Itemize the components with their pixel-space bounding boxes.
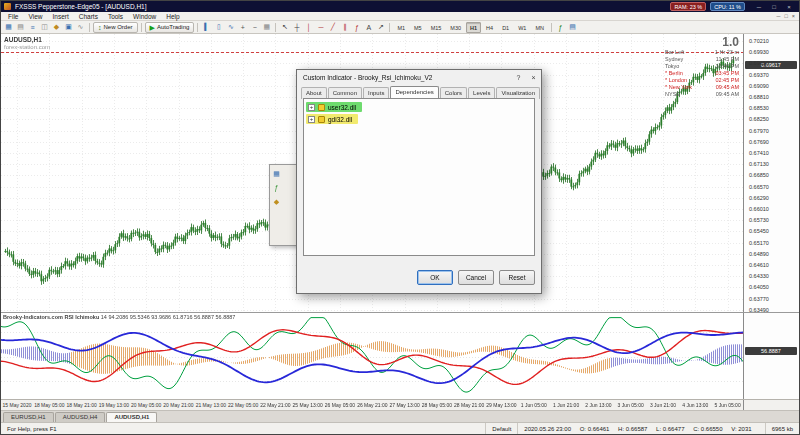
chart-tabs-bar: EURUSD,H1AUDUSD,H4AUDUSD,H1	[1, 410, 799, 422]
chart-profiles-icon[interactable]: ▤	[15, 22, 26, 33]
price-tick: 0.65450	[749, 228, 769, 234]
chart-tab-eurusd-h1[interactable]: EURUSD,H1	[3, 412, 54, 422]
price-tick: 0.67130	[749, 161, 769, 167]
toolbar: ▦▤≡◫◆▣∿ ↕ New Order ▶ AutoTrading ▍▯∿+−▦…	[1, 21, 799, 34]
reset-button[interactable]: Reset	[499, 270, 535, 285]
text-icon[interactable]: A	[363, 22, 374, 33]
chart-restore-icon[interactable]: □	[784, 13, 787, 19]
dialog-title: Custom Indicator - Brooky_Rsi_Ichimoku_V…	[303, 74, 432, 81]
menu-item-charts[interactable]: Charts	[74, 12, 103, 21]
dependency-item[interactable]: +user32.dll	[306, 102, 362, 112]
session-label: Bar Left	[665, 49, 684, 56]
session-label: * London	[665, 77, 687, 84]
tree-expander-icon[interactable]: +	[308, 104, 315, 111]
market-watch-icon[interactable]: ≡	[27, 22, 38, 33]
crosshair-icon[interactable]: ┼	[291, 22, 302, 33]
horizontal-line-icon[interactable]: ─	[315, 22, 326, 33]
price-tick: 0.66010	[749, 206, 769, 212]
session-row: Sydney11:45 PM	[665, 56, 739, 63]
time-axis-label: 1 Jun 21:00	[553, 402, 579, 408]
dependencies-list[interactable]: +user32.dll+gdi32.dll	[303, 98, 535, 256]
cursor-icon[interactable]: ↖	[279, 22, 290, 33]
price-tick: 0.69370	[749, 72, 769, 78]
function-icon[interactable]: ƒ	[272, 183, 281, 192]
navigator-icon[interactable]: ◆	[51, 22, 62, 33]
timeframe-m1[interactable]: M1	[393, 22, 409, 33]
indicator-scale[interactable]: 56.8887	[743, 313, 799, 399]
minimize-button[interactable]: ─	[752, 2, 766, 11]
status-low: L: 0.66477	[656, 426, 684, 432]
autotrading-button[interactable]: ▶ AutoTrading	[145, 22, 195, 33]
candle-chart-icon[interactable]: ▯	[213, 22, 224, 33]
dialog-help-button[interactable]: ?	[511, 70, 526, 85]
terminal-icon[interactable]: ▣	[63, 22, 74, 33]
menu-item-window[interactable]: Window	[128, 12, 161, 21]
indicator-canvas[interactable]	[1, 313, 745, 399]
strategy-tester-icon[interactable]: ∿	[75, 22, 86, 33]
timeframe-m30[interactable]: M30	[446, 22, 465, 33]
indicators-icon[interactable]: ƒ	[555, 22, 566, 33]
session-row: * New York09:45 AM	[665, 84, 739, 91]
market-sessions-panel: 1.0 Bar Left1 Hr 23 mSydney11:45 PMTokyo…	[665, 36, 739, 98]
timeframe-m15[interactable]: M15	[427, 22, 446, 33]
chart-minimize-icon[interactable]: ─	[777, 13, 781, 19]
new-chart-icon[interactable]: ▦	[3, 22, 14, 33]
menu-item-tools[interactable]: Tools	[103, 12, 128, 21]
zoom-out-icon[interactable]: −	[249, 22, 260, 33]
time-axis-label: 26 May 21:00	[357, 402, 387, 408]
tile-windows-icon[interactable]: ▦	[261, 22, 272, 33]
chart-close-icon[interactable]: ×	[792, 13, 795, 19]
status-volume: V: 2031	[731, 426, 751, 432]
session-label: * Berlin	[665, 70, 683, 77]
favorites-icon[interactable]: ◆	[272, 197, 281, 206]
trendline-icon[interactable]: ╱	[327, 22, 338, 33]
dialog-tab-dependencies[interactable]: Dependencies	[390, 86, 438, 98]
chart-tab-audusd-h4[interactable]: AUDUSD,H4	[55, 412, 106, 422]
price-tick: 0.66290	[749, 195, 769, 201]
arrow-icon[interactable]: ↗	[375, 22, 386, 33]
price-tick: 0.67410	[749, 150, 769, 156]
restore-button[interactable]: □	[767, 2, 781, 11]
chart-tab-audusd-h1[interactable]: AUDUSD,H1	[106, 412, 157, 422]
channel-icon[interactable]: ∥	[339, 22, 350, 33]
time-axis-label: 22 May 21:00	[260, 402, 290, 408]
toolbar-separator	[89, 23, 90, 32]
timeframe-h4[interactable]: H4	[482, 22, 497, 33]
new-order-label: New Order	[104, 24, 133, 30]
price-tick: 0.65730	[749, 217, 769, 223]
status-profile[interactable]: Default	[485, 423, 517, 435]
timeframe-h1[interactable]: H1	[466, 22, 481, 33]
time-axis[interactable]: 15 May 202018 May 05:0018 May 21:0019 Ma…	[1, 399, 799, 410]
menu-item-insert[interactable]: Insert	[47, 12, 73, 21]
data-window-icon[interactable]: ◫	[39, 22, 50, 33]
dll-icon	[318, 116, 325, 123]
dialog-title-bar[interactable]: Custom Indicator - Brooky_Rsi_Ichimoku_V…	[297, 70, 541, 85]
timeframe-m5[interactable]: M5	[410, 22, 426, 33]
ok-button[interactable]: OK	[417, 270, 453, 285]
vertical-line-icon[interactable]: │	[303, 22, 314, 33]
dependency-item[interactable]: +gdi32.dll	[306, 114, 358, 124]
timeframe-d1[interactable]: D1	[498, 22, 513, 33]
menu-item-view[interactable]: View	[23, 12, 47, 21]
zoom-in-icon[interactable]: +	[237, 22, 248, 33]
new-order-button[interactable]: ↕ New Order	[93, 22, 138, 33]
time-axis-label: 3 Jun 21:00	[650, 402, 676, 408]
menu-item-file[interactable]: File	[3, 12, 23, 21]
price-scale[interactable]: 0.69617 0.702100.699300.696500.693700.69…	[743, 34, 799, 312]
bar-chart-icon[interactable]: ▍	[201, 22, 212, 33]
indicator-list-icon[interactable]: ▦	[272, 169, 281, 178]
time-axis-label: 26 May 05:00	[325, 402, 355, 408]
timeframe-mn[interactable]: MN	[531, 22, 548, 33]
tree-expander-icon[interactable]: +	[308, 116, 315, 123]
session-time: 1 Hr 23 m	[715, 49, 739, 56]
cancel-button[interactable]: Cancel	[458, 270, 494, 285]
timeframe-w1[interactable]: W1	[514, 22, 530, 33]
templates-icon[interactable]: ▤	[567, 22, 578, 33]
status-bar: For Help, press F1 Default 2020.05.26 23…	[1, 422, 799, 435]
session-label: NYSE	[665, 91, 680, 98]
close-button[interactable]: ×	[782, 2, 796, 11]
menu-item-help[interactable]: Help	[161, 12, 184, 21]
line-chart-icon[interactable]: ∿	[225, 22, 236, 33]
fibonacci-icon[interactable]: ƒ	[351, 22, 362, 33]
dialog-close-button[interactable]: ×	[526, 70, 541, 85]
